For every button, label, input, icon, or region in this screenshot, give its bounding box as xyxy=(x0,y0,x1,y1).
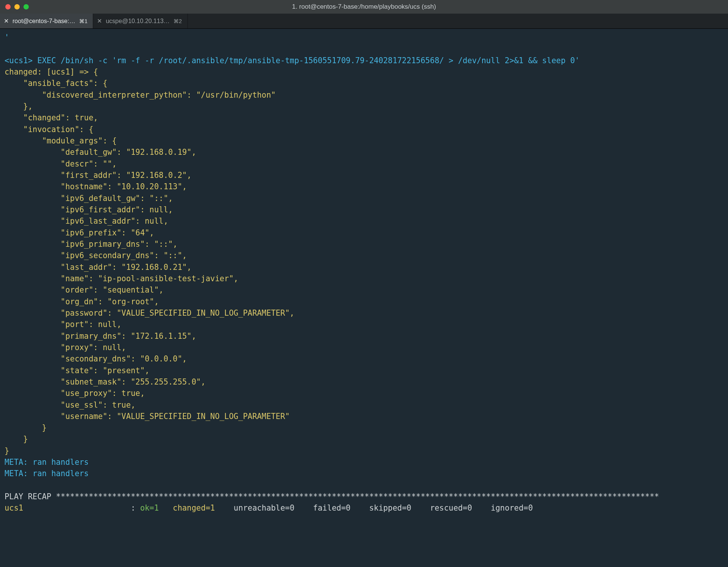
close-icon[interactable] xyxy=(5,4,11,9)
close-icon[interactable]: ✕ xyxy=(4,17,9,25)
minimize-icon[interactable] xyxy=(14,4,20,9)
tab-label: root@centos-7-base:… xyxy=(12,18,75,25)
terminal-meta-line: META: ran handlers xyxy=(5,458,89,467)
recap-ok: ok=1 xyxy=(140,503,173,512)
tab-shortcut: ⌘1 xyxy=(79,18,88,24)
tab-ucspe[interactable]: ✕ ucspe@10.10.20.113… ⌘2 xyxy=(93,14,187,28)
terminal-line: ' xyxy=(5,33,9,42)
tab-bar: ✕ root@centos-7-base:… ⌘1 ✕ ucspe@10.10.… xyxy=(0,14,728,29)
recap-sep: : xyxy=(131,503,140,512)
terminal-meta-line: META: ran handlers xyxy=(5,469,89,478)
terminal-output[interactable]: ' <ucs1> EXEC /bin/sh -c 'rm -f -r /root… xyxy=(0,29,728,519)
recap-skipped: skipped=0 xyxy=(364,503,425,512)
terminal-changed-line: changed: [ucs1] => { xyxy=(5,67,98,76)
traffic-lights xyxy=(5,4,29,9)
recap-rescued: rescued=0 xyxy=(425,503,486,512)
window-titlebar[interactable]: 1. root@centos-7-base:/home/playbooks/uc… xyxy=(0,0,728,14)
terminal-json-body: "ansible_facts": { "discovered_interpret… xyxy=(5,79,294,455)
terminal-exec-line: <ucs1> EXEC /bin/sh -c 'rm -f -r /root/.… xyxy=(5,56,580,65)
tab-shortcut: ⌘2 xyxy=(173,18,182,24)
tab-root-centos[interactable]: ✕ root@centos-7-base:… ⌘1 xyxy=(0,14,93,28)
maximize-icon[interactable] xyxy=(23,4,29,9)
recap-unreachable: unreachable=0 xyxy=(229,503,308,512)
window-title: 1. root@centos-7-base:/home/playbooks/uc… xyxy=(0,3,728,11)
recap-changed: changed=1 xyxy=(173,503,229,512)
play-recap-header: PLAY RECAP *****************************… xyxy=(5,492,659,501)
recap-failed: failed=0 xyxy=(308,503,364,512)
recap-host: ucs1 xyxy=(5,503,131,512)
close-icon[interactable]: ✕ xyxy=(97,17,102,25)
recap-ignored: ignored=0 xyxy=(486,503,547,512)
tab-label: ucspe@10.10.20.113… xyxy=(106,18,169,25)
